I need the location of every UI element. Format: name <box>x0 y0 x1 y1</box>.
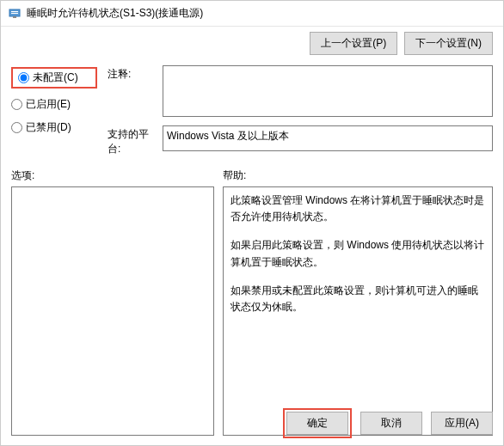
prev-setting-button[interactable]: 上一个设置(P) <box>310 32 397 55</box>
comment-label: 注释: <box>108 65 156 117</box>
help-pane: 此策略设置管理 Windows 在将计算机置于睡眠状态时是否允许使用待机状态。 … <box>223 186 493 436</box>
apply-button[interactable]: 应用(A) <box>431 412 493 435</box>
platform-text: Windows Vista 及以上版本 <box>167 130 289 142</box>
panes: 此策略设置管理 Windows 在将计算机置于睡眠状态时是否允许使用待机状态。 … <box>1 186 503 436</box>
nav-buttons: 上一个设置(P) 下一个设置(N) <box>1 27 503 60</box>
svg-rect-1 <box>11 11 18 12</box>
titlebar: 睡眠时允许待机状态(S1-S3)(接通电源) <box>1 1 503 27</box>
platform-label: 支持的平台: <box>108 125 156 156</box>
svg-rect-3 <box>13 16 16 18</box>
platform-row: 支持的平台: Windows Vista 及以上版本 <box>108 125 493 156</box>
radio-disabled-input[interactable] <box>11 122 22 133</box>
cancel-button[interactable]: 取消 <box>360 412 422 435</box>
options-pane <box>11 186 214 436</box>
help-p2: 如果启用此策略设置，则 Windows 使用待机状态以将计算机置于睡眠状态。 <box>230 237 485 270</box>
svg-rect-2 <box>11 13 18 14</box>
options-label: 选项: <box>11 168 223 183</box>
radio-enabled-input[interactable] <box>11 99 22 110</box>
radio-not-configured[interactable]: 未配置(C) <box>18 70 78 85</box>
highlight-ok: 确定 <box>283 408 352 438</box>
policy-dialog: 睡眠时允许待机状态(S1-S3)(接通电源) 上一个设置(P) 下一个设置(N)… <box>0 0 504 446</box>
section-labels: 选项: 帮助: <box>1 163 503 186</box>
radio-enabled[interactable]: 已启用(E) <box>11 97 97 112</box>
dialog-buttons: 确定 取消 应用(A) <box>283 408 493 438</box>
radio-not-configured-label: 未配置(C) <box>33 70 78 85</box>
radio-not-configured-input[interactable] <box>18 72 29 83</box>
fields-column: 注释: 支持的平台: Windows Vista 及以上版本 <box>108 65 493 156</box>
radio-disabled[interactable]: 已禁用(D) <box>11 120 97 135</box>
state-radio-group: 未配置(C) 已启用(E) 已禁用(D) <box>11 65 97 135</box>
radio-disabled-label: 已禁用(D) <box>26 120 71 135</box>
radio-column: 未配置(C) 已启用(E) 已禁用(D) <box>11 65 97 156</box>
app-icon <box>8 7 22 21</box>
next-setting-button[interactable]: 下一个设置(N) <box>404 32 493 55</box>
config-area: 未配置(C) 已启用(E) 已禁用(D) 注释: 支持的平台: <box>1 60 503 163</box>
comment-row: 注释: <box>108 65 493 117</box>
comment-input[interactable] <box>163 65 493 117</box>
help-p3: 如果禁用或未配置此策略设置，则计算机可进入的睡眠状态仅为休眠。 <box>230 283 485 315</box>
help-p1: 此策略设置管理 Windows 在将计算机置于睡眠状态时是否允许使用待机状态。 <box>230 192 485 225</box>
window-title: 睡眠时允许待机状态(S1-S3)(接通电源) <box>27 6 203 21</box>
radio-enabled-label: 已启用(E) <box>26 97 71 112</box>
platform-value: Windows Vista 及以上版本 <box>163 125 493 151</box>
highlight-not-configured: 未配置(C) <box>11 67 97 89</box>
ok-button[interactable]: 确定 <box>286 412 348 435</box>
help-label: 帮助: <box>223 168 246 183</box>
